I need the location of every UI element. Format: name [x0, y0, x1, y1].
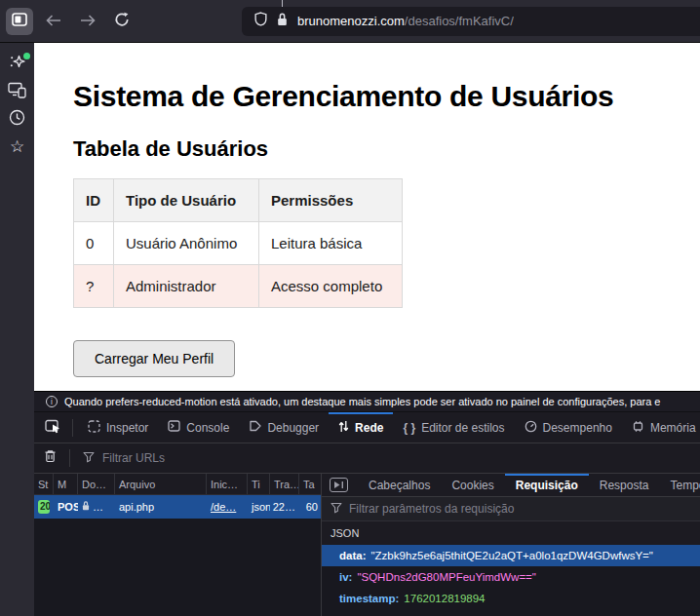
load-profile-button[interactable]: Carregar Meu Perfil	[73, 340, 235, 377]
tab-debugger[interactable]: Debugger	[239, 412, 329, 443]
request-list: St M Do… Arquivo Inic… Ti Tra… Ta 200 PO…	[34, 474, 322, 616]
clock-icon	[9, 109, 25, 130]
lock-icon[interactable]	[277, 13, 288, 30]
status-cell: 200	[34, 500, 54, 514]
request-row-selected[interactable]: 200 POST … api.php /de… json 22… 60	[34, 495, 321, 519]
table-row: 0 Usuário Anônimo Leitura básica	[74, 222, 403, 265]
section-title: Tabela de Usuários	[73, 136, 700, 162]
sidebar-item-synced-tabs[interactable]	[8, 82, 27, 101]
domain-cell: …	[78, 501, 115, 513]
tab-label: Memória	[650, 421, 696, 435]
param-row-timestamp[interactable]: timestamp: 1762012819894	[322, 588, 700, 609]
method-cell: POST	[54, 501, 78, 513]
info-icon: i	[46, 396, 58, 407]
param-row-iv[interactable]: iv: "SQHDns2dG80MPFeuYimdWw=="	[322, 566, 700, 588]
divider	[69, 449, 70, 467]
memory-chip-icon	[632, 420, 644, 436]
json-section-header[interactable]: JSON	[322, 521, 700, 545]
size-cell: 60	[299, 501, 322, 513]
back-arrow-icon	[46, 13, 61, 30]
col-method[interactable]: M	[54, 474, 78, 494]
detail-tabbar: Cabeçalhos Cookies Requisição Resposta T…	[322, 474, 700, 497]
url-path: /desafios/fmKafivC/	[405, 14, 514, 28]
tab-requisicao[interactable]: Requisição	[505, 474, 589, 496]
col-initiator[interactable]: Inic…	[207, 474, 248, 494]
cell-permissoes: Leitura básica	[259, 222, 403, 265]
col-domain[interactable]: Do…	[78, 474, 115, 494]
forward-arrow-icon	[80, 13, 96, 30]
network-arrows-icon	[338, 420, 349, 436]
cell-permissoes: Acesso completo	[259, 265, 403, 308]
cell-tipo: Usuário Anônimo	[114, 222, 259, 265]
initiator-link[interactable]: /de…	[211, 501, 236, 513]
request-list-header: St M Do… Arquivo Inic… Ti Tra… Ta	[34, 474, 321, 495]
param-value: 1762012819894	[404, 593, 485, 604]
tab-rede[interactable]: Rede	[329, 412, 393, 443]
address-bar[interactable]: brunomenozzi.com/desafios/fmKafivC/	[242, 7, 700, 36]
reload-icon	[114, 12, 130, 31]
url-host: brunomenozzi.com	[297, 14, 405, 28]
back-button[interactable]	[40, 8, 67, 35]
tab-cookies[interactable]: Cookies	[441, 474, 504, 496]
forward-button[interactable]	[74, 8, 101, 35]
col-file[interactable]: Arquivo	[115, 474, 207, 494]
domain-text: …	[93, 501, 103, 513]
sidebar-item-ai-chatbot[interactable]	[8, 55, 27, 74]
sidebar-toggle-button[interactable]	[6, 8, 33, 35]
devices-icon	[8, 82, 26, 102]
debugger-icon	[249, 420, 261, 435]
status-badge: 200	[38, 500, 50, 514]
devtools-tabbar: Inspetor Console Debugger Rede { } Edito…	[34, 412, 700, 443]
cell-tipo: Administrador	[114, 265, 259, 308]
table-row: ? Administrador Acesso completo	[74, 265, 403, 308]
transferred-cell: 22…	[270, 501, 299, 513]
col-transferred[interactable]: Tra…	[270, 474, 299, 494]
pick-element-button[interactable]	[38, 412, 67, 443]
param-key: timestamp:	[339, 593, 399, 604]
tab-label: Inspetor	[106, 421, 148, 435]
performance-gauge-icon	[525, 420, 537, 436]
tab-console[interactable]: Console	[158, 412, 239, 443]
resend-request-button[interactable]	[330, 478, 348, 492]
initiator-cell: /de…	[207, 501, 248, 513]
lock-icon	[82, 501, 90, 513]
tab-label: Rede	[355, 421, 383, 435]
tab-memoria[interactable]: Memória	[622, 412, 700, 443]
filter-params-input[interactable]	[349, 502, 564, 516]
console-icon	[168, 420, 180, 435]
webpage-content: Sistema de Gerenciamento de Usuários Tab…	[34, 43, 700, 391]
cell-id: ?	[74, 265, 114, 308]
sidebar-item-bookmarks[interactable]: ☆	[8, 136, 27, 156]
col-status[interactable]: St	[34, 474, 54, 494]
browser-window: brunomenozzi.com/desafios/fmKafivC/	[0, 0, 700, 616]
tab-cabecalhos[interactable]: Cabeçalhos	[358, 474, 441, 496]
notice-text: Quando prefers-reduced-motion está ativa…	[64, 396, 660, 407]
col-header-tipo: Tipo de Usuário	[114, 179, 259, 222]
funnel-icon	[331, 500, 342, 518]
request-detail-panel: Cabeçalhos Cookies Requisição Resposta T…	[322, 474, 700, 616]
shield-icon[interactable]	[254, 12, 267, 30]
param-row-data[interactable]: data: "Zzbk9hz5e6aj5thitQE2u2aQT+a0lo1qz…	[322, 545, 700, 566]
col-size[interactable]: Ta	[299, 474, 322, 494]
tab-tempos[interactable]: Tempos	[659, 474, 700, 496]
divider	[72, 419, 73, 437]
sidebar-icon	[12, 13, 27, 30]
users-table: ID Tipo de Usuário Permissões 0 Usuário …	[73, 178, 403, 308]
filter-urls-input[interactable]	[102, 451, 317, 465]
tab-resposta[interactable]: Resposta	[589, 474, 660, 496]
clear-requests-button[interactable]	[44, 449, 57, 467]
tab-inspetor[interactable]: Inspetor	[78, 412, 158, 443]
network-panel: St M Do… Arquivo Inic… Ti Tra… Ta 200 PO…	[34, 474, 700, 616]
reload-button[interactable]	[108, 8, 136, 35]
col-type[interactable]: Ti	[248, 474, 270, 494]
param-value: "SQHDns2dG80MPFeuYimdWw=="	[357, 571, 536, 583]
tab-label: Debugger	[267, 421, 319, 435]
devtools-notice-bar: i Quando prefers-reduced-motion está ati…	[34, 391, 700, 412]
tab-editor-de-estilos[interactable]: { } Editor de estilos	[393, 412, 514, 443]
tab-label: Editor de estilos	[421, 421, 504, 435]
cell-id: 0	[74, 222, 114, 265]
sidebar-item-history[interactable]	[8, 109, 27, 129]
tab-desempenho[interactable]: Desempenho	[515, 412, 622, 443]
funnel-icon	[83, 449, 95, 467]
detail-filter-bar	[322, 497, 700, 521]
